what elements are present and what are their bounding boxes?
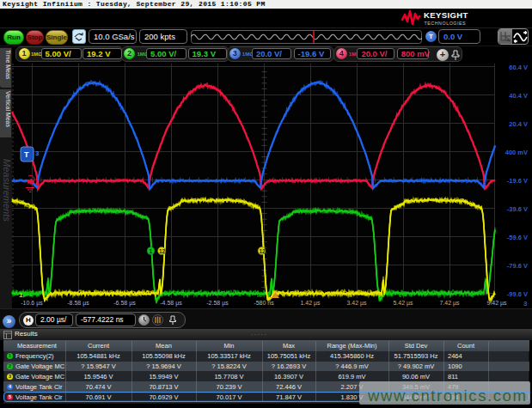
- svg-text:▶2: ▶2: [22, 289, 34, 298]
- svg-text:3: 3: [35, 149, 40, 157]
- svg-text:1: 1: [150, 248, 153, 254]
- svg-text:4: 4: [35, 179, 40, 187]
- svg-text:12: 12: [159, 248, 166, 254]
- svg-text:12: 12: [260, 248, 266, 254]
- svg-text:T: T: [24, 150, 29, 159]
